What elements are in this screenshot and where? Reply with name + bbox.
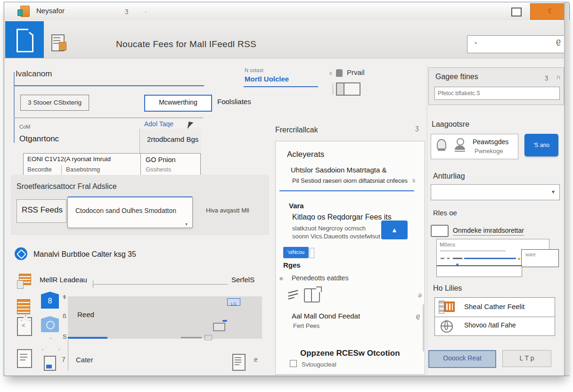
- rss-icon: [444, 302, 455, 312]
- page-icon[interactable]: [17, 349, 32, 368]
- bottom-glyph: e: [254, 356, 258, 363]
- middle-right-glyph: ǝ: [418, 291, 422, 299]
- shield-icon[interactable]: 8: [41, 292, 59, 309]
- left-guide-line: [14, 72, 15, 143]
- device-icon[interactable]: [44, 356, 56, 371]
- glyph-2: ß: [63, 312, 66, 319]
- ok-button[interactable]: Oooock Reat: [428, 350, 496, 368]
- middle-header: Frercrilallcak: [275, 126, 318, 134]
- search-icon: 9: [556, 38, 561, 48]
- globe-row-icon: [441, 320, 453, 333]
- pen-strokes-icon: [288, 290, 300, 301]
- rules-checkbox[interactable]: [431, 225, 449, 237]
- feature-sub2: soonn Vics.Daueotts ovstefwlsut: [292, 233, 380, 240]
- bottom-label: Cater: [76, 356, 93, 364]
- list-icon[interactable]: [17, 299, 30, 314]
- feed-row2-label: Shovoo /tatl Fahe: [464, 321, 516, 329]
- caret-icon: ▾: [185, 221, 188, 227]
- accounts-card[interactable]: Peawtsgdes Pwnekoge: [431, 134, 518, 159]
- accounts-card-line2: Pwnekoge: [475, 147, 503, 155]
- feeds-dropdown[interactable]: Ctodocon sand Oulhes Smodatton ▾: [67, 196, 193, 228]
- titlebar-glyph: ʒ: [125, 7, 128, 14]
- org-table-sub-a: Becordte: [27, 166, 52, 173]
- middle-footer-check-label: Svlougucleal: [302, 361, 336, 368]
- email-glyph: s: [329, 70, 332, 76]
- glyph-4: 7: [62, 356, 65, 363]
- app-icon: [17, 6, 30, 17]
- middle-line2: Pil Sestiod raeseri oiorn diftatsniat cn…: [292, 177, 408, 184]
- org-caption: CoM: [19, 124, 30, 130]
- caret-down-icon: ▾: [552, 188, 555, 195]
- option-cell[interactable]: GO Pnion Gsshests: [140, 153, 201, 177]
- doc-lines-icon[interactable]: [232, 354, 246, 371]
- rules-check-label: Onmdeke imratdsorettar: [453, 227, 524, 236]
- close-icon: ʕ: [548, 7, 552, 15]
- org-table[interactable]: EONI C1V12(A ryorsat Imruid Becordte Bas…: [23, 153, 141, 177]
- feed-list: Sheal Cather Feelit Shovoo /tatl Fahe: [434, 297, 555, 336]
- primary-outline-button[interactable]: Mcwwerthing: [144, 95, 212, 112]
- middle-footer-title: Oppzene RCESw Otcotion: [300, 349, 400, 358]
- feeds-note: Hiva avqastt Mll: [206, 207, 249, 214]
- feed-row1-label: Sheal Cather Feelit: [464, 302, 524, 310]
- middle-footer-checkbox[interactable]: [290, 360, 297, 367]
- preview-panel: Reed LG: [68, 296, 262, 339]
- screen: Neysafor ʒ · ʕ Noucate Fees for Mall IFe…: [0, 0, 573, 392]
- feeds-section-title: Sroetfearicsattocr Fral Adslice: [16, 182, 117, 191]
- titlebar-dot: ·: [145, 8, 147, 15]
- add-tape-link[interactable]: Adol Taqe: [144, 120, 173, 128]
- archiving-dropdown[interactable]: ▾: [431, 184, 560, 200]
- middle-section2-title: Vara: [289, 202, 304, 210]
- document-icon: [16, 29, 33, 52]
- secondary-button[interactable]: 3 Stooer CSbxterig: [20, 95, 89, 111]
- broadband-label: 2rtodbcamd Bgs: [147, 135, 198, 143]
- preview-progress: [68, 337, 107, 339]
- middle-list-item[interactable]: Penedeotts eatdtes: [292, 274, 349, 282]
- bounce-badge[interactable]: 'oiNcou: [283, 247, 309, 258]
- tent-icon[interactable]: [42, 338, 60, 350]
- truck-icon: [213, 323, 225, 331]
- rules-title: Rles oe: [433, 209, 457, 217]
- person-icon: [454, 137, 466, 153]
- send-button[interactable]: ▲: [381, 220, 408, 239]
- maximize-button[interactable]: [511, 8, 522, 16]
- feed-list-row[interactable]: Shovoo /tatl Fahe: [435, 317, 555, 335]
- cancel-button[interactable]: L T p: [502, 350, 551, 367]
- notes-icon[interactable]: [51, 33, 67, 51]
- rss-feeds-box[interactable]: RSS Feeds: [16, 199, 66, 223]
- manage-icon[interactable]: [15, 247, 27, 260]
- file-tab-tile[interactable]: [5, 21, 44, 58]
- name-caption: N sstast: [245, 67, 263, 73]
- feed-list-row[interactable]: Sheal Cather Feelit: [435, 298, 555, 317]
- mail-leader-right: SerfelS: [231, 276, 254, 284]
- feeds-section: Sroetfearicsattocr Fral Adslice RSS Feed…: [11, 175, 269, 235]
- filter-input[interactable]: [434, 87, 560, 100]
- search-box[interactable]: ◔ 9: [467, 35, 568, 53]
- scrollbar[interactable]: [423, 304, 424, 351]
- preview-read-label: Reed: [77, 310, 94, 318]
- mail-feed-title[interactable]: Aal Mall Oond Feedat: [292, 312, 360, 320]
- section-title-account: Ivalcanom: [16, 69, 52, 79]
- redo-icon[interactable]: ʒ: [545, 74, 548, 81]
- house-icon[interactable]: [41, 316, 59, 332]
- globe-icon: ◔: [473, 39, 477, 47]
- option-sub: Gsshests: [146, 166, 171, 173]
- app-window: Neysafor ʒ · ʕ Noucate Fees for Mall IFe…: [4, 2, 569, 376]
- slider-marker-icon[interactable]: ▼: [455, 262, 460, 268]
- accounts-card-line1: Peawtsgdes: [473, 138, 508, 146]
- value-cell[interactable]: ware: [521, 249, 559, 267]
- toggle-box[interactable]: [336, 82, 360, 96]
- mail-leader-label: MellR Leadeau: [40, 276, 87, 284]
- org-table-sub-b: Basebstnmg: [66, 166, 100, 173]
- envelope-icon[interactable]: <: [17, 317, 32, 336]
- refresh-icon: 9: [416, 313, 420, 321]
- feature-title: Kitlaqo os Reqdorgar Fees its: [292, 213, 392, 221]
- preview-chip: LG: [227, 298, 240, 306]
- mail-folder-icon: [17, 274, 30, 289]
- undo-icon[interactable]: ∩: [556, 74, 560, 81]
- glyph-3: S: [63, 333, 67, 340]
- save-button[interactable]: 'S ano: [524, 134, 558, 156]
- blue-underline: [14, 85, 204, 86]
- up-arrow-icon: ▲: [391, 226, 398, 234]
- filter-title: Gagee ftines: [435, 73, 478, 81]
- titlebar: Neysafor ʒ · ʕ: [4, 2, 569, 21]
